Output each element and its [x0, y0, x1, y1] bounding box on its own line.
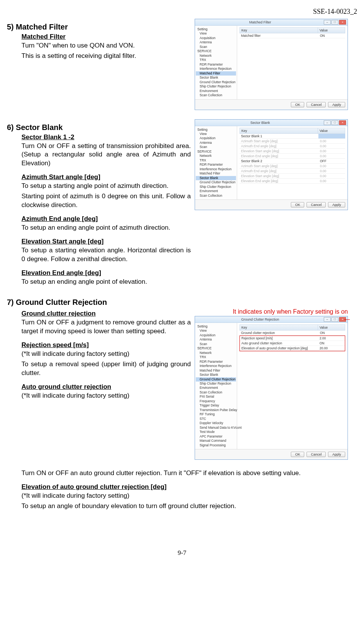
settings-tree[interactable]: Setting View Acquisition Antenna Scan SE…	[195, 126, 237, 200]
tree-setting[interactable]: Setting	[196, 324, 236, 329]
tree-scan[interactable]: Scan	[196, 45, 236, 49]
tree-antenna[interactable]: Antenna	[196, 40, 236, 44]
tree-acquisition[interactable]: Acquisition	[196, 136, 236, 140]
col-key: Key	[240, 128, 318, 133]
tree-trx[interactable]: TRX	[196, 158, 236, 163]
tree-matched[interactable]: Matched Filter	[196, 171, 236, 176]
tree-scancol[interactable]: Scan Collection	[196, 93, 236, 97]
close-button[interactable]: ×	[339, 120, 346, 125]
tree-mcmd[interactable]: Manual Command	[196, 439, 236, 443]
tree-acquisition[interactable]: Acquisition	[196, 36, 236, 40]
row-value[interactable]: ON	[318, 341, 345, 345]
el-start-subheading: Elevation Start angle [deg]	[21, 238, 191, 245]
tree-interf[interactable]: Interference Rejection	[196, 67, 236, 71]
ok-button[interactable]: OK	[291, 452, 304, 457]
tree-ground[interactable]: Ground Clutter Rejection	[196, 180, 236, 184]
row-value[interactable]: 20.00	[318, 346, 345, 350]
ok-button[interactable]: OK	[291, 202, 304, 207]
tree-matched[interactable]: Matched Filter	[196, 368, 236, 373]
tree-rdr[interactable]: RDR Parameter	[196, 163, 236, 167]
tree-trigger[interactable]: Trigger Delay	[196, 403, 236, 408]
tree-rdr[interactable]: RDR Parameter	[196, 360, 236, 364]
row-key: Elevation of auto ground clutter rejecti…	[240, 346, 318, 350]
tree-interf[interactable]: Interference Rejection	[196, 364, 236, 368]
tree-stc[interactable]: STC	[196, 417, 236, 421]
tree-matched[interactable]: Matched Filter	[196, 71, 236, 76]
minimize-button[interactable]: –	[324, 20, 331, 25]
apply-button[interactable]: Apply	[328, 102, 345, 107]
tree-send[interactable]: Send Manual Data to KVcont	[196, 426, 236, 430]
tree-sector[interactable]: Sector Blank	[196, 76, 236, 80]
tree-ship[interactable]: Ship Clutter Rejection	[196, 185, 236, 189]
tree-ship[interactable]: Ship Clutter Rejection	[196, 382, 236, 386]
tree-trx[interactable]: TRX	[196, 355, 236, 359]
factory-setting-note: It indicates only when Factory setting i…	[195, 308, 348, 315]
tree-env[interactable]: Environment	[196, 189, 236, 193]
row-value[interactable]: ON	[318, 33, 345, 38]
tree-tpd[interactable]: Transmission Pulse Delay	[196, 408, 236, 412]
auto-gcr-subheading: Auto ground clutter rejection	[21, 383, 191, 391]
tree-antenna[interactable]: Antenna	[196, 337, 236, 342]
tree-rdr[interactable]: RDR Parameter	[196, 63, 236, 67]
tree-trx[interactable]: TRX	[196, 58, 236, 62]
row-value[interactable]: ON	[318, 331, 345, 335]
apply-button[interactable]: Apply	[328, 202, 345, 207]
row-key: Azimuth End angle [deg]	[239, 144, 318, 148]
row-value[interactable]: OFF	[318, 159, 345, 163]
tree-network[interactable]: Network	[196, 351, 236, 355]
section-5-heading: 5) Matched Filter	[7, 23, 191, 31]
window-title: Ground Clutter Rejection	[197, 318, 324, 321]
tree-network[interactable]: Network	[196, 54, 236, 58]
tree-pxi[interactable]: PXI Serial	[196, 395, 236, 399]
tree-apc[interactable]: APC Parameter	[196, 434, 236, 439]
tree-freq[interactable]: Frequency	[196, 399, 236, 403]
tree-view[interactable]: View	[196, 31, 236, 36]
settings-tree[interactable]: Setting View Acquisition Antenna Scan SE…	[195, 323, 237, 449]
tree-view[interactable]: View	[196, 329, 236, 333]
cancel-button[interactable]: Cancel	[307, 202, 326, 207]
tree-scancol[interactable]: Scan Collection	[196, 194, 236, 198]
tree-ground[interactable]: Ground Clutter Rejection	[196, 377, 236, 382]
cancel-button[interactable]: Cancel	[307, 452, 326, 457]
tree-sproc[interactable]: Signal Processing	[196, 443, 236, 447]
s6-p5: To setup an ending angle point of elevat…	[21, 278, 191, 286]
s6-p1: Turn ON or OFF a setting of transmission…	[21, 142, 191, 168]
tree-scan[interactable]: Scan	[196, 145, 236, 149]
ok-button[interactable]: OK	[291, 102, 304, 107]
tree-setting[interactable]: Setting	[196, 27, 236, 31]
tree-ground[interactable]: Ground Clutter Rejection	[196, 80, 236, 84]
tree-scancol[interactable]: Scan Collection	[196, 390, 236, 395]
tree-sector[interactable]: Sector Blank	[196, 373, 236, 377]
settings-tree[interactable]: Setting View Acquisition Antenna Scan SE…	[195, 26, 237, 99]
maximize-button[interactable]: □	[331, 20, 338, 25]
tree-sector[interactable]: Sector Blank	[196, 176, 236, 180]
tree-doppler[interactable]: Doppler Velocity	[196, 421, 236, 425]
cancel-button[interactable]: Cancel	[307, 102, 326, 107]
tree-view[interactable]: View	[196, 132, 236, 136]
maximize-button[interactable]: □	[331, 120, 338, 125]
tree-env[interactable]: Environment	[196, 89, 236, 93]
tree-setting[interactable]: Setting	[196, 128, 236, 132]
row-value[interactable]: 2.00	[318, 336, 345, 341]
close-button[interactable]: ×	[339, 20, 346, 25]
row-key: Matched filter	[239, 33, 318, 38]
tree-service[interactable]: SERVICE	[196, 346, 236, 350]
tree-test[interactable]: Test Mode	[196, 430, 236, 434]
tree-service[interactable]: SERVICE	[196, 150, 236, 154]
tree-acquisition[interactable]: Acquisition	[196, 333, 236, 337]
tree-ship[interactable]: Ship Clutter Rejection	[196, 84, 236, 89]
tree-antenna[interactable]: Antenna	[196, 141, 236, 145]
tree-rf[interactable]: RF Tuning	[196, 412, 236, 416]
tree-scan[interactable]: Scan	[196, 342, 236, 346]
tree-network[interactable]: Network	[196, 154, 236, 158]
minimize-button[interactable]: –	[324, 120, 331, 125]
tree-env[interactable]: Environment	[196, 386, 236, 390]
minimize-button[interactable]: –	[324, 317, 331, 322]
col-value: Value	[318, 28, 345, 33]
tree-service[interactable]: SERVICE	[196, 49, 236, 53]
row-key: Azimuth Start angle [deg]	[239, 164, 318, 168]
row-value[interactable]	[318, 134, 345, 138]
tree-interf[interactable]: Interference Rejection	[196, 167, 236, 171]
apply-button[interactable]: Apply	[328, 452, 345, 457]
maximize-button[interactable]: □	[331, 317, 338, 322]
